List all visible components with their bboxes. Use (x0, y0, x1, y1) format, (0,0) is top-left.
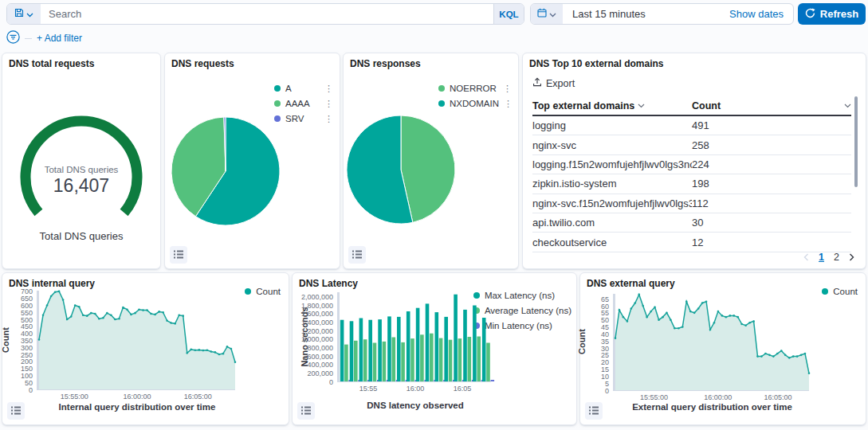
legend-toggle-button[interactable] (348, 246, 366, 264)
legend-label: NXDOMAIN (450, 99, 499, 108)
legend-dot-icon (274, 100, 281, 107)
count-cell: 30 (692, 217, 851, 229)
legend-item-A[interactable]: A⋮ (274, 84, 333, 93)
x-axis-line (337, 381, 491, 382)
legend-item-NXDOMAIN[interactable]: NXDOMAIN⋮ (438, 99, 512, 108)
add-filter-link[interactable]: + Add filter (37, 33, 82, 44)
y-tick-label: 35 (580, 338, 609, 346)
x-axis-line (37, 389, 235, 390)
page-number-2[interactable]: 2 (834, 252, 839, 263)
refresh-button[interactable]: Refresh (798, 3, 866, 25)
saved-queries-button[interactable] (7, 4, 41, 24)
table-scrollbar[interactable] (854, 96, 858, 187)
legend-menu-icon[interactable]: ⋮ (324, 84, 333, 93)
legend-item-Count[interactable]: Count (245, 287, 281, 296)
panel-title: DNS Top 10 external domains (529, 58, 664, 69)
legend-toggle-button[interactable] (170, 246, 187, 264)
y-tick-label: 1,800,000 (293, 302, 333, 310)
y-tick-label: 200,000 (293, 369, 333, 377)
search-input[interactable] (41, 4, 493, 24)
show-dates-link[interactable]: Show dates (729, 4, 793, 24)
y-tick-label: 50 (580, 316, 609, 324)
date-picker-button[interactable] (531, 4, 563, 24)
prev-page-icon[interactable] (803, 253, 809, 261)
bar-chart[interactable] (340, 292, 491, 381)
y-tick-label: 400,000 (293, 361, 333, 369)
y-tick-label: 300 (2, 344, 33, 352)
legend-label: Count (256, 287, 281, 296)
legend-item-NOERROR[interactable]: NOERROR⋮ (438, 84, 512, 93)
panel-dns-internal-query: DNS internal query Count Count Internal … (2, 272, 289, 425)
legend-item-SRV[interactable]: SRV⋮ (274, 114, 333, 123)
table-header: Top external domains Count (532, 96, 851, 116)
legend-dot-icon (822, 288, 828, 295)
filter-icon[interactable] (6, 30, 20, 47)
legend-label: Max Latency (ns) (485, 291, 555, 300)
table-row: api.twilio.com30 (532, 213, 851, 233)
column-header-domains[interactable]: Top external domains (532, 100, 692, 111)
legend-item-AAAA[interactable]: AAAA⋮ (274, 99, 333, 108)
dropdown-chevron-icon (549, 8, 556, 20)
count-cell: 258 (692, 139, 851, 151)
x-tick-label: 16:00:00 (704, 393, 732, 401)
legend-toggle-icon (174, 249, 183, 261)
y-tick-label: 150 (2, 365, 33, 373)
gauge-label: Total DNS queries (2, 165, 160, 174)
area-chart[interactable] (615, 294, 809, 390)
page-number-1[interactable]: 1 (819, 252, 824, 263)
gauge-chart (2, 82, 162, 217)
y-tick-label: 55 (580, 309, 609, 317)
table-row: checkoutservice12 (532, 233, 851, 252)
legend-toggle-icon (589, 405, 599, 417)
panel-dns-external-query: DNS external query Count Count External … (579, 272, 866, 425)
legend-menu-icon[interactable]: ⋮ (504, 100, 513, 108)
legend-dot-icon (245, 288, 251, 295)
pie-chart[interactable] (345, 114, 457, 225)
x-tick-label: 16:05:00 (764, 393, 792, 401)
panel-dns-latency: DNS Latency Max Latency (ns)Average Late… (292, 272, 577, 425)
legend-label: SRV (285, 114, 304, 123)
saved-query-icon (14, 8, 24, 20)
count-cell: 224 (692, 158, 851, 170)
legend-label: Average Latency (ns) (485, 306, 571, 315)
legend-item-Count[interactable]: Count (822, 287, 858, 296)
domain-cell: checkoutservice (532, 236, 692, 248)
gauge-value: 16,407 (2, 175, 160, 197)
y-tick-label: 550 (2, 309, 33, 317)
pie-chart[interactable] (170, 115, 281, 227)
next-page-icon[interactable] (849, 253, 854, 261)
legend-menu-icon[interactable]: ⋮ (324, 100, 333, 108)
y-tick-label: 5 (580, 380, 609, 388)
kql-button[interactable]: KQL (493, 4, 524, 24)
table-row: logging491 (532, 116, 851, 135)
x-tick-label: 16:05 (454, 385, 472, 393)
time-range-value[interactable]: Last 15 minutes (563, 4, 729, 24)
area-chart[interactable] (39, 291, 235, 389)
y-tick-label: 600,000 (293, 353, 333, 361)
table-row: zipkin.istio-system198 (532, 174, 851, 194)
y-tick-label: 1,400,000 (293, 319, 333, 326)
column-header-count[interactable]: Count (692, 100, 851, 111)
x-axis-title: Internal query distribution over time (39, 402, 235, 412)
legend-toggle-button[interactable] (7, 402, 25, 420)
legend-toggle-button[interactable] (585, 402, 603, 420)
legend-menu-icon[interactable]: ⋮ (324, 115, 333, 123)
count-cell: 491 (692, 119, 851, 131)
y-tick-label: 650 (2, 295, 33, 303)
chart-legend: Count (245, 287, 281, 296)
date-picker: Last 15 minutes Show dates (530, 3, 794, 25)
y-tick-label: 500 (2, 316, 33, 324)
count-cell: 12 (692, 236, 851, 248)
panel-title: DNS requests (171, 58, 234, 69)
filter-divider (25, 38, 32, 39)
export-button[interactable]: Export (532, 77, 575, 89)
y-tick-label: 400 (2, 330, 33, 338)
y-tick-label: 2,000,000 (293, 293, 333, 301)
top-bar: KQL Last 15 minutes Show dates Refresh (0, 0, 868, 27)
export-label: Export (546, 78, 575, 89)
legend-toggle-button[interactable] (297, 402, 315, 420)
legend-label: Min Latency (ns) (485, 321, 552, 330)
pie-legend: NOERROR⋮NXDOMAIN⋮ (438, 84, 512, 108)
table-row: nginx-svc258 (532, 135, 851, 154)
legend-menu-icon[interactable]: ⋮ (503, 84, 512, 93)
